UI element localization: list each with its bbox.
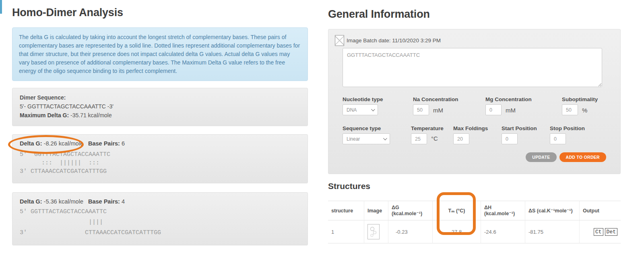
delta-s-cell: -81.75 bbox=[525, 220, 580, 243]
delta-g-value: -8.26 kcal/mole bbox=[42, 140, 83, 147]
mg-concentration-input[interactable] bbox=[485, 104, 502, 115]
delta-g-cell: -0.23 bbox=[388, 220, 433, 243]
delta-g-info-box: The delta G is calculated by taking into… bbox=[12, 27, 308, 81]
start-position-label: Start Position bbox=[502, 125, 537, 131]
structure-image-cell bbox=[364, 220, 388, 243]
image-batch-row: Image Batch date: 11/10/2020 3:29 PM bbox=[335, 35, 441, 46]
form-buttons: UPDATE ADD TO ORDER bbox=[526, 152, 606, 162]
sequence-input[interactable]: GGTTTACTAGCTACCAAATTC bbox=[343, 48, 602, 87]
structures-table: structure Image ΔG (kcal.mole⁻¹) Tₘ (°C)… bbox=[328, 201, 621, 243]
col-delta-s: ΔS (cal.K⁻¹mole⁻¹) bbox=[525, 201, 580, 220]
table-row: 1 -0.23 27.8 -24.6 -81.75 Ct Det bbox=[328, 220, 621, 243]
base-pairs-value: 6 bbox=[120, 140, 125, 147]
maximum-delta-g-label: Maximum Delta G: bbox=[20, 112, 69, 118]
output-cell: Ct Det bbox=[580, 220, 621, 243]
col-structure: structure bbox=[328, 201, 364, 220]
dimer-sequence-value: 5'- GGTTTACTAGCTACCAAATTC -3' bbox=[20, 103, 300, 110]
ct-output-button[interactable]: Ct bbox=[594, 228, 603, 236]
maximum-delta-g-line: Maximum Delta G: -35.71 kcal/mole bbox=[20, 112, 300, 118]
na-concentration-input[interactable] bbox=[413, 104, 429, 115]
chevron-down-icon bbox=[371, 107, 375, 111]
sequence-type-label: Sequence type bbox=[343, 125, 381, 131]
mg-concentration-label: Mg Concentration bbox=[485, 96, 532, 102]
start-position-input[interactable] bbox=[502, 133, 518, 144]
col-output: Output bbox=[580, 201, 621, 220]
temperature-label: Temperature bbox=[411, 125, 444, 131]
base-pairs-label: Base Pairs: bbox=[88, 198, 120, 205]
image-batch-date: Image Batch date: 11/10/2020 3:29 PM bbox=[347, 37, 441, 44]
page: Homo-Dimer Analysis The delta G is calcu… bbox=[0, 0, 644, 268]
dimer-2-header: Delta G: -5.36 kcal/moleBase Pairs: 4 bbox=[20, 198, 300, 205]
suboptimality-unit: % bbox=[582, 107, 587, 114]
update-button[interactable]: UPDATE bbox=[526, 152, 556, 162]
base-pairs-value: 4 bbox=[120, 198, 125, 205]
na-concentration-label: Na Concentration bbox=[413, 96, 458, 102]
col-tm: Tₘ (°C) bbox=[433, 201, 481, 220]
structure-glyph bbox=[369, 226, 378, 238]
temperature-input[interactable] bbox=[411, 133, 427, 144]
dimer-2-alignment: 5' GGTTTACTAGCTACCAAATTC |||| 3' CTTAAAC… bbox=[20, 207, 300, 238]
general-information-panel: Image Batch date: 11/10/2020 3:29 PM GGT… bbox=[328, 29, 621, 174]
sequence-type-value: Linear bbox=[347, 136, 360, 142]
col-image: Image bbox=[364, 201, 388, 220]
stop-position-label: Stop Position bbox=[550, 125, 585, 131]
dimer-structure-panel-1: Delta G: -8.26 kcal/moleBase Pairs: 6 5'… bbox=[12, 134, 308, 183]
edge-artifact bbox=[0, 0, 2, 14]
det-output-button[interactable]: Det bbox=[605, 228, 617, 236]
homo-dimer-title: Homo-Dimer Analysis bbox=[12, 6, 123, 19]
dimer-1-header: Delta G: -8.26 kcal/moleBase Pairs: 6 bbox=[20, 140, 300, 147]
chevron-down-icon bbox=[383, 136, 387, 140]
structure-thumbnail[interactable] bbox=[367, 224, 380, 239]
structures-title: Structures bbox=[328, 181, 370, 191]
delta-h-cell: -24.6 bbox=[481, 220, 525, 243]
base-pairs-label: Base Pairs: bbox=[88, 140, 120, 147]
mg-unit: mM bbox=[506, 107, 516, 114]
stop-position-input[interactable] bbox=[550, 133, 566, 144]
structures-table-header: structure Image ΔG (kcal.mole⁻¹) Tₘ (°C)… bbox=[328, 201, 621, 220]
tm-cell: 27.8 bbox=[433, 220, 481, 243]
na-unit: mM bbox=[433, 107, 443, 114]
max-foldings-input[interactable] bbox=[453, 133, 469, 144]
maximum-delta-g-value: -35.71 kcal/mole bbox=[69, 112, 112, 118]
col-delta-g: ΔG (kcal.mole⁻¹) bbox=[388, 201, 433, 220]
sequence-type-select[interactable]: Linear bbox=[343, 133, 390, 144]
dimer-1-alignment: 5' GGTTTACTAGCTACCAAATTC ::: |||||| ::: … bbox=[20, 150, 300, 176]
delta-g-label: Delta G: bbox=[20, 198, 42, 205]
dimer-sequence-panel: Dimer Sequence: 5'- GGTTTACTAGCTACCAAATT… bbox=[12, 88, 308, 126]
nucleotide-type-value: DNA bbox=[347, 107, 357, 113]
delta-g-value: -5.36 kcal/mole bbox=[42, 198, 83, 205]
dimer-structure-panel-2: Delta G: -5.36 kcal/moleBase Pairs: 4 5'… bbox=[12, 192, 308, 245]
dimer-sequence-label: Dimer Sequence: bbox=[20, 94, 300, 101]
suboptimality-input[interactable] bbox=[562, 104, 578, 115]
nucleotide-type-select[interactable]: DNA bbox=[343, 104, 378, 115]
max-foldings-label: Max Foldings bbox=[453, 125, 488, 131]
general-information-title: General Information bbox=[328, 8, 430, 21]
col-delta-h: ΔH (kcal.mole⁻¹) bbox=[481, 201, 525, 220]
delta-g-info-text: The delta G is calculated by taking into… bbox=[19, 34, 300, 74]
temperature-unit: °C bbox=[431, 135, 438, 142]
structure-number: 1 bbox=[328, 220, 364, 243]
suboptimality-label: Suboptimality bbox=[562, 96, 598, 102]
broken-image-icon bbox=[335, 35, 344, 46]
nucleotide-type-label: Nucleotide type bbox=[343, 96, 383, 102]
add-to-order-button[interactable]: ADD TO ORDER bbox=[559, 152, 607, 162]
delta-g-label: Delta G: bbox=[20, 140, 42, 147]
